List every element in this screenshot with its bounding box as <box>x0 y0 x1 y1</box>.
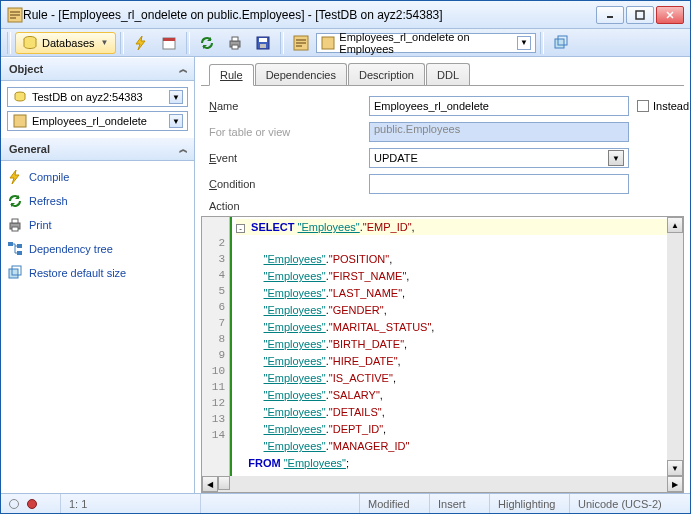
refresh-icon <box>7 193 23 209</box>
svg-rect-11 <box>260 44 266 48</box>
deptree-link[interactable]: Dependency tree <box>7 239 188 259</box>
chevron-down-icon: ▼ <box>101 38 109 47</box>
event-label: Event <box>209 152 369 164</box>
restore-size-link[interactable]: Restore default size <box>7 263 188 283</box>
action-label: Action <box>209 200 689 212</box>
object-section-header[interactable]: Object ︽ <box>1 57 194 81</box>
scroll-up-icon[interactable]: ▲ <box>667 217 683 233</box>
databases-button[interactable]: Databases ▼ <box>15 32 116 54</box>
window-restore-icon <box>7 265 23 281</box>
svg-rect-20 <box>12 227 18 231</box>
modified-status: Modified <box>360 494 430 513</box>
minimize-button[interactable] <box>596 6 624 24</box>
instead-checkbox[interactable]: Instead <box>629 100 689 112</box>
event-select[interactable]: UPDATE ▼ <box>369 148 629 168</box>
fortable-label: For table or view <box>209 126 369 138</box>
databases-label: Databases <box>42 37 95 49</box>
tabs: Rule Dependencies Description DDL <box>201 63 684 86</box>
print-icon <box>7 217 23 233</box>
tree-icon <box>7 241 23 257</box>
code-area[interactable]: - SELECT "Employees"."EMP_ID", "Employee… <box>230 217 667 476</box>
print-button[interactable] <box>222 32 248 54</box>
database-combo[interactable]: TestDB on ayz2:54383 ▼ <box>7 87 188 107</box>
highlighting-status: Highlighting <box>490 494 570 513</box>
object-icon-btn[interactable] <box>288 32 314 54</box>
svg-rect-2 <box>636 11 644 19</box>
svg-rect-13 <box>322 37 334 49</box>
chevron-down-icon[interactable]: ▼ <box>169 90 183 104</box>
refresh-link[interactable]: Refresh <box>7 191 188 211</box>
tab-description[interactable]: Description <box>348 63 425 85</box>
svg-rect-23 <box>17 251 22 255</box>
svg-rect-10 <box>259 38 267 42</box>
svg-rect-19 <box>12 219 18 223</box>
svg-rect-21 <box>8 242 13 246</box>
object-combo[interactable]: Employees_rl_ondelete on Employees ▼ <box>316 33 536 53</box>
lightning-icon <box>133 35 149 51</box>
status-bar: 1: 1 Modified Insert Highlighting Unicod… <box>1 493 690 513</box>
refresh-button[interactable] <box>194 32 220 54</box>
svg-rect-14 <box>555 39 564 48</box>
window-buttons <box>596 6 684 24</box>
restore-button[interactable] <box>548 32 574 54</box>
svg-rect-7 <box>232 37 238 41</box>
rule-icon <box>293 35 309 51</box>
condition-input[interactable] <box>369 174 629 194</box>
main-toolbar: Databases ▼ Employees_rl_ondelete on Emp… <box>1 29 690 57</box>
name-input[interactable] <box>369 96 629 116</box>
lightning-icon <box>7 169 23 185</box>
scroll-left-icon[interactable]: ◀ <box>202 476 218 492</box>
title-text: Rule - [Employees_rl_ondelete on public.… <box>23 8 596 22</box>
print-icon <box>227 35 243 51</box>
print-link[interactable]: Print <box>7 215 188 235</box>
record-active-icon[interactable] <box>27 499 37 509</box>
svg-rect-24 <box>9 269 18 278</box>
save-button[interactable] <box>250 32 276 54</box>
rule-combo[interactable]: Employees_rl_ondelete ▼ <box>7 111 188 131</box>
general-section-header[interactable]: General ︽ <box>1 137 194 161</box>
chevron-down-icon[interactable]: ▼ <box>608 150 624 166</box>
window-restore-icon <box>553 35 569 51</box>
scroll-down-icon[interactable]: ▼ <box>667 460 683 476</box>
cursor-position: 1: 1 <box>61 494 201 513</box>
disk-icon <box>255 35 271 51</box>
refresh-icon <box>199 35 215 51</box>
insert-mode: Insert <box>430 494 490 513</box>
code-editor[interactable]: 234567891011121314 - SELECT "Employees".… <box>201 216 684 493</box>
horizontal-scrollbar[interactable]: ◀ ▶ <box>202 476 683 492</box>
close-button[interactable] <box>656 6 684 24</box>
tab-ddl[interactable]: DDL <box>426 63 470 85</box>
database-icon <box>22 35 38 51</box>
chevron-down-icon[interactable]: ▼ <box>517 36 530 50</box>
left-panel: Object ︽ TestDB on ayz2:54383 ▼ Employee… <box>1 57 195 493</box>
compile-link[interactable]: Compile <box>7 167 188 187</box>
combo-value: Employees_rl_ondelete on Employees <box>339 31 513 55</box>
chevron-down-icon[interactable]: ▼ <box>169 114 183 128</box>
schedule-button[interactable] <box>156 32 182 54</box>
scroll-right-icon[interactable]: ▶ <box>667 476 683 492</box>
svg-rect-5 <box>163 38 175 41</box>
encoding-status: Unicode (UCS-2) <box>570 494 690 513</box>
name-label: Name <box>209 100 369 112</box>
fortable-input: public.Employees <box>369 122 629 142</box>
compile-button[interactable] <box>128 32 154 54</box>
window: Rule - [Employees_rl_ondelete on public.… <box>0 0 691 514</box>
maximize-button[interactable] <box>626 6 654 24</box>
right-panel: Rule Dependencies Description DDL Name I… <box>195 57 690 493</box>
collapse-icon: ︽ <box>179 143 186 156</box>
svg-rect-17 <box>14 115 26 127</box>
condition-label: Condition <box>209 178 369 190</box>
rule-icon <box>12 113 28 129</box>
rule-icon <box>321 35 336 51</box>
vertical-scrollbar[interactable]: ▲ ▼ <box>667 217 683 476</box>
rule-icon <box>7 7 23 23</box>
tab-rule[interactable]: Rule <box>209 64 254 86</box>
svg-rect-8 <box>232 45 238 49</box>
calendar-icon <box>161 35 177 51</box>
record-idle-icon[interactable] <box>9 499 19 509</box>
svg-rect-22 <box>17 244 22 248</box>
tab-dependencies[interactable]: Dependencies <box>255 63 347 85</box>
titlebar: Rule - [Employees_rl_ondelete on public.… <box>1 1 690 29</box>
collapse-icon: ︽ <box>179 63 186 76</box>
rule-form: Name Instead For table or view public.Em… <box>201 86 684 216</box>
